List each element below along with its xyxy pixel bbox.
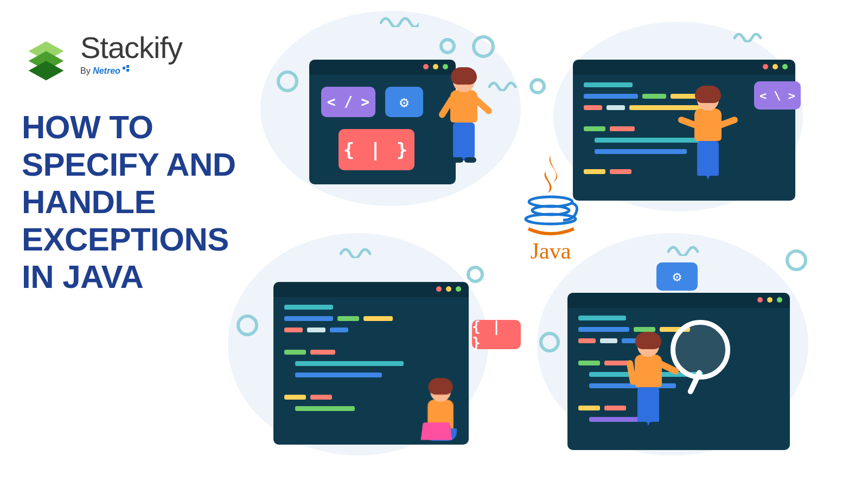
byline-brand: Netreo	[93, 66, 120, 75]
person-illustration	[694, 89, 722, 179]
window-controls-icon	[436, 286, 461, 292]
gear-bubble: ⚙	[385, 87, 423, 117]
gear-bubble: ⚙	[656, 262, 698, 291]
code-tag-bubble: < / >	[321, 87, 375, 117]
deco-circle-icon	[472, 35, 495, 58]
magnifier-icon	[671, 320, 730, 380]
page-title: HOW TO SPECIFY AND HANDLE EXCEPTIONS IN …	[22, 108, 260, 296]
window-controls-icon	[757, 297, 782, 303]
brand-byline: By Netreo	[80, 65, 182, 76]
stackify-logo-icon	[22, 33, 71, 81]
laptop-icon	[421, 422, 452, 440]
deco-circle-icon	[237, 314, 258, 336]
deco-squiggle-icon	[488, 80, 521, 91]
deco-circle-icon	[277, 70, 298, 92]
braces-bubble: { | }	[472, 320, 521, 349]
person-illustration	[635, 335, 662, 425]
illustration-panel-top-right	[573, 60, 795, 201]
person-illustration	[424, 381, 457, 441]
svg-rect-4	[126, 65, 129, 68]
deco-circle-icon	[529, 78, 546, 94]
deco-squiggle-icon	[380, 15, 419, 27]
deco-squiggle-icon	[733, 31, 766, 42]
svg-rect-5	[126, 69, 129, 72]
brand-name: Stackify	[80, 33, 182, 63]
svg-rect-3	[123, 67, 125, 69]
brand-logo: Stackify By Netreo	[22, 33, 260, 81]
window-controls-icon	[423, 64, 448, 69]
braces-bubble: { | }	[339, 129, 414, 170]
java-label: Java	[518, 238, 583, 264]
deco-squiggle-icon	[667, 244, 705, 256]
deco-circle-icon	[467, 266, 484, 283]
deco-circle-icon	[539, 332, 560, 352]
code-tag-bubble: < \ >	[754, 81, 801, 110]
java-cup-icon	[521, 152, 580, 239]
person-illustration	[450, 70, 477, 160]
illustration-panel-top-left: < / > ⚙ { | }	[309, 60, 456, 184]
netreo-mark-icon	[123, 65, 131, 73]
deco-squiggle-icon	[340, 246, 378, 258]
byline-prefix: By	[80, 66, 93, 75]
deco-circle-icon	[439, 38, 456, 54]
deco-circle-icon	[786, 249, 807, 271]
window-controls-icon	[763, 64, 788, 69]
